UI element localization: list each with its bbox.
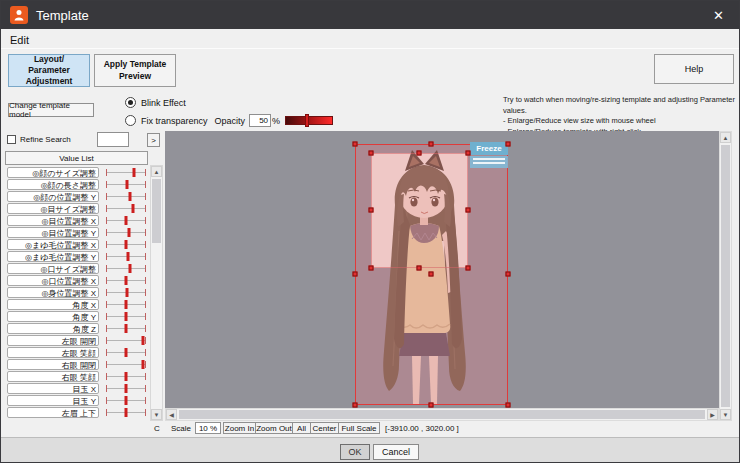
parameter-slider[interactable] <box>104 347 148 358</box>
parameter-slider[interactable] <box>104 371 148 382</box>
slider-handle[interactable] <box>125 216 128 225</box>
scroll-right-icon[interactable]: ▶ <box>707 409 718 420</box>
scroll-up-icon[interactable]: ▲ <box>720 132 731 143</box>
selection-handle[interactable] <box>429 403 434 408</box>
zoom-in-button[interactable]: Zoom In <box>223 422 256 434</box>
opacity-slider-handle[interactable] <box>305 114 309 127</box>
slider-track[interactable] <box>106 364 146 365</box>
parameter-label[interactable]: ◎顔のサイズ調整 <box>7 167 99 178</box>
parameter-slider[interactable] <box>104 239 148 250</box>
slider-handle[interactable] <box>129 192 132 201</box>
slider-handle[interactable] <box>141 360 144 369</box>
slider-handle[interactable] <box>125 348 128 357</box>
parameter-label[interactable]: ◎顔の長さ調整 <box>7 179 99 190</box>
selection-handle[interactable] <box>353 272 358 277</box>
parameter-label[interactable]: 左眼 笑顔 <box>7 347 99 358</box>
parameter-slider[interactable] <box>104 191 148 202</box>
close-icon[interactable]: ✕ <box>707 6 730 25</box>
parameter-slider[interactable] <box>104 179 148 190</box>
slider-handle[interactable] <box>132 168 135 177</box>
selection-handle[interactable] <box>506 272 511 277</box>
parameter-label[interactable]: ◎口サイズ調整 <box>7 263 99 274</box>
selection-handle[interactable] <box>429 142 434 147</box>
full-scale-button[interactable]: Full Scale <box>338 422 380 434</box>
slider-handle[interactable] <box>125 240 128 249</box>
slider-handle[interactable] <box>127 228 130 237</box>
selection-handle[interactable] <box>369 151 374 156</box>
parameter-label[interactable]: ◎身位置調整 X <box>7 287 99 298</box>
parameter-label[interactable]: ◎顔の位置調整 Y <box>7 191 99 202</box>
ok-button[interactable]: OK <box>340 444 370 460</box>
slider-handle[interactable] <box>125 384 128 393</box>
parameter-slider[interactable] <box>104 263 148 274</box>
vertical-scrollbar[interactable]: ▲ ▼ <box>719 131 732 421</box>
selection-handle[interactable] <box>353 142 358 147</box>
parameter-label[interactable]: 左眉 上下 <box>7 407 99 418</box>
horizontal-scrollbar[interactable]: ◀ ▶ <box>165 408 719 421</box>
scroll-left-icon[interactable]: ◀ <box>166 409 177 420</box>
parameter-slider[interactable] <box>104 227 148 238</box>
slider-track[interactable] <box>106 232 146 233</box>
slider-handle[interactable] <box>131 204 134 213</box>
selection-handle[interactable] <box>466 266 471 271</box>
blink-effect-radio[interactable] <box>125 97 136 108</box>
parameter-label[interactable]: ◎目位置調整 Y <box>7 227 99 238</box>
selection-handle[interactable] <box>417 151 422 156</box>
slider-handle[interactable] <box>129 264 132 273</box>
value-list-header[interactable]: Value List <box>5 151 148 165</box>
all-button[interactable]: All <box>292 422 311 434</box>
slider-handle[interactable] <box>125 312 128 321</box>
parameter-label[interactable]: ◎目位置調整 X <box>7 215 99 226</box>
slider-handle[interactable] <box>125 276 128 285</box>
parameter-label[interactable]: 左眼 開閉 <box>7 335 99 346</box>
parameter-label[interactable]: 右眼 笑顔 <box>7 371 99 382</box>
parameter-slider[interactable] <box>104 251 148 262</box>
tab-layout-parameter-adjustment[interactable]: Layout/ Parameter Adjustment <box>8 54 90 87</box>
selection-handle[interactable] <box>353 403 358 408</box>
refine-search-input[interactable] <box>97 132 129 147</box>
selection-handle[interactable] <box>417 266 422 271</box>
slider-handle[interactable] <box>125 372 128 381</box>
parameter-label[interactable]: ◎口位置調整 X <box>7 275 99 286</box>
parameter-label[interactable]: 角度 Z <box>7 323 99 334</box>
parameter-label[interactable]: 目玉 X <box>7 383 99 394</box>
parameter-slider[interactable] <box>104 299 148 310</box>
freeze-badge[interactable]: Freeze <box>470 142 508 155</box>
slider-track[interactable] <box>106 208 146 209</box>
parameter-slider[interactable] <box>104 275 148 286</box>
selection-handle[interactable] <box>506 142 511 147</box>
opacity-input[interactable]: 50 <box>249 114 271 127</box>
scroll-down-icon[interactable]: ▼ <box>151 409 162 420</box>
parameter-slider[interactable] <box>104 167 148 178</box>
expand-button[interactable]: > <box>147 133 160 147</box>
slider-handle[interactable] <box>125 300 128 309</box>
cancel-button[interactable]: Cancel <box>373 444 419 460</box>
parameter-label[interactable]: ◎目サイズ調整 <box>7 203 99 214</box>
parameter-label[interactable]: ◎まゆ毛位置調整 X <box>7 239 99 250</box>
fix-transparency-radio[interactable] <box>125 115 136 126</box>
parameter-slider[interactable] <box>104 203 148 214</box>
slider-handle[interactable] <box>125 288 128 297</box>
selection-handle[interactable] <box>466 208 471 213</box>
slider-handle[interactable] <box>125 180 128 189</box>
help-button[interactable]: Help <box>654 54 734 84</box>
scroll-down-icon[interactable]: ▼ <box>720 409 731 420</box>
slider-track[interactable] <box>106 172 146 173</box>
panel-scrollbar-thumb[interactable] <box>152 179 161 243</box>
parameter-label[interactable]: 右眼 開閉 <box>7 359 99 370</box>
selection-handle[interactable] <box>506 403 511 408</box>
slider-track[interactable] <box>106 268 146 269</box>
opacity-slider[interactable] <box>285 116 333 125</box>
parameter-slider[interactable] <box>104 335 148 346</box>
parameter-slider[interactable] <box>104 311 148 322</box>
slider-track[interactable] <box>106 196 146 197</box>
parameter-label[interactable]: 角度 Y <box>7 311 99 322</box>
parameter-label[interactable]: 角度 X <box>7 299 99 310</box>
selection-handle[interactable] <box>369 208 374 213</box>
parameter-slider[interactable] <box>104 383 148 394</box>
slider-handle[interactable] <box>141 336 144 345</box>
parameter-slider[interactable] <box>104 215 148 226</box>
selection-handle[interactable] <box>466 151 471 156</box>
slider-track[interactable] <box>106 340 146 341</box>
slider-handle[interactable] <box>125 408 128 417</box>
